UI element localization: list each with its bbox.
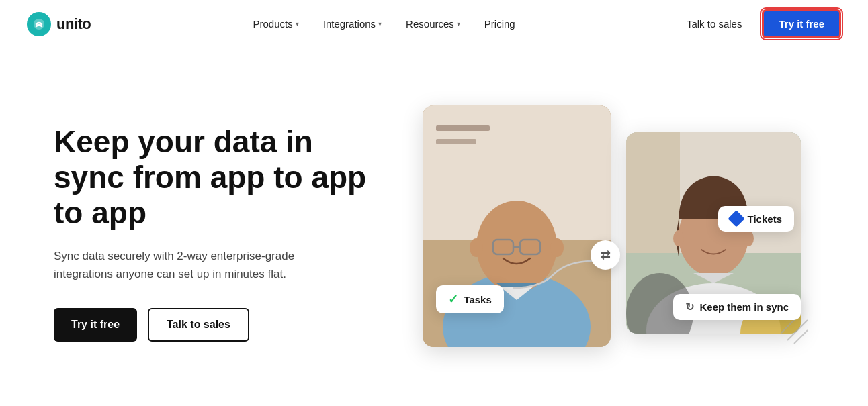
logo-icon [27,12,51,36]
check-icon: ✓ [448,292,458,307]
svg-point-11 [470,238,483,257]
tasks-label: Tasks [464,294,491,305]
talk-to-sales-link[interactable]: Talk to sales [677,13,752,35]
arrows-icon: ⇄ [601,248,611,262]
floating-sync-icon: ⇄ [591,240,620,270]
floating-tickets-badge: Tickets [718,206,794,232]
logo[interactable]: unito [27,12,91,36]
hero-visual: ✓ Tasks ⇄ Tickets ↻ Keep them in sync [396,92,814,374]
header-actions: Talk to sales Try it free [677,9,841,38]
sync-icon: ↻ [685,301,694,313]
keep-sync-label: Keep them in sync [699,301,789,313]
header: unito Products ▾ Integrations ▾ Resource… [0,0,868,48]
main-nav: Products ▾ Integrations ▾ Resources ▾ Pr… [244,13,525,35]
chevron-down-icon: ▾ [457,20,460,28]
hero-subtitle: Sync data securely with 2-way enterprise… [54,247,336,283]
svg-point-21 [743,230,754,246]
nav-item-resources[interactable]: Resources ▾ [396,13,470,35]
nav-item-pricing[interactable]: Pricing [475,13,525,35]
try-it-free-button[interactable]: Try it free [762,9,841,38]
hero-talk-sales-button[interactable]: Talk to sales [148,308,249,342]
nav-item-integrations[interactable]: Integrations ▾ [314,13,391,35]
hero-buttons: Try it free Talk to sales [54,308,369,342]
hero-title: Keep your data in sync from app to app t… [54,124,369,231]
chevron-down-icon: ▾ [378,20,382,28]
svg-rect-15 [626,132,680,253]
hero-content: Keep your data in sync from app to app t… [54,124,396,341]
tickets-label: Tickets [748,213,782,225]
nav-item-products[interactable]: Products ▾ [244,13,308,35]
floating-keep-sync-badge: ↻ Keep them in sync [673,294,801,320]
connector-svg [507,254,601,295]
hero-section: Keep your data in sync from app to app t… [0,48,868,404]
floating-tasks-badge: ✓ Tasks [436,285,503,313]
logo-wordmark: unito [56,15,91,33]
chevron-down-icon: ▾ [296,20,299,28]
svg-rect-3 [436,125,490,131]
svg-point-20 [673,230,684,246]
hero-try-free-button[interactable]: Try it free [54,308,137,342]
diamond-icon [728,210,744,227]
svg-rect-4 [436,139,476,144]
